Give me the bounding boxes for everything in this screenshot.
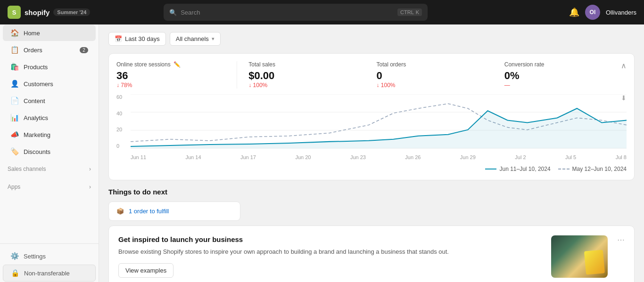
- shopify-logo-icon: S: [8, 6, 21, 19]
- settings-label: Settings: [24, 253, 46, 260]
- conversion-value: 0%: [504, 70, 613, 82]
- inspire-description: Browse existing Shopify stores to inspir…: [118, 247, 542, 257]
- settings-icon: ⚙️: [10, 252, 19, 260]
- marketing-icon: 📣: [10, 130, 19, 139]
- sidebar-item-orders[interactable]: 📋 Orders 2: [3, 42, 96, 58]
- analytics-card: Online store sessions ✏️ 36 ↓ 78% Total …: [108, 53, 635, 180]
- sessions-value: 36: [116, 70, 225, 82]
- sidebar-item-settings[interactable]: ⚙️ Settings: [3, 248, 96, 264]
- sidebar-item-label: Analytics: [24, 114, 48, 121]
- user-avatar: Ol: [585, 5, 600, 20]
- conversion-label: Conversion rate: [504, 61, 613, 68]
- customers-icon: 👤: [10, 80, 19, 88]
- main-content: 📅 Last 30 days All channels ▾ Online sto…: [99, 24, 644, 282]
- search-shortcut: CTRL K: [397, 8, 422, 16]
- search-icon: 🔍: [169, 9, 177, 16]
- sidebar-item-home[interactable]: 🏠 Home: [3, 25, 96, 41]
- chart-x-labels: Jun 11 Jun 14 Jun 17 Jun 20 Jun 23 Jun 2…: [131, 154, 627, 160]
- y-label-20: 20: [116, 127, 131, 132]
- edit-icon[interactable]: ✏️: [173, 61, 181, 68]
- apps-section: Apps ›: [0, 178, 99, 192]
- sidebar-item-label: Marketing: [24, 131, 50, 138]
- channel-filter-button[interactable]: All channels ▾: [170, 32, 221, 46]
- apps-label: Apps: [8, 184, 20, 190]
- topnav: S shopify Summer '24 🔍 Search CTRL K 🔔 O…: [0, 0, 644, 24]
- chart-area: ⬇ 60 40 20 0: [116, 94, 627, 160]
- legend-current: Jun 11–Jul 10, 2024: [485, 166, 550, 172]
- sidebar-item-label: Customers: [24, 81, 53, 88]
- sales-change: ↓ 100%: [248, 82, 357, 89]
- todo-order-item[interactable]: 📦 1 order to fulfill: [108, 201, 240, 221]
- sidebar-bottom: ⚙️ Settings 🔒 Non-transferable: [0, 243, 99, 282]
- todo-section: Things to do next 📦 1 order to fulfill: [108, 188, 635, 221]
- apps-expand-icon[interactable]: ›: [89, 184, 91, 190]
- collapse-button[interactable]: ∧: [621, 61, 627, 70]
- orders-icon: 📋: [10, 46, 19, 54]
- sales-value: $0.00: [248, 70, 357, 82]
- order-fulfill-label: 1 order to fulfill: [129, 208, 169, 215]
- svg-marker-4: [131, 108, 627, 148]
- home-icon: 🏠: [10, 29, 19, 37]
- y-label-60: 60: [116, 94, 131, 100]
- legend-current-label: Jun 11–Jul 10, 2024: [499, 166, 550, 172]
- x-label-5: Jun 26: [405, 154, 421, 160]
- non-transferable-label: Non-transferable: [24, 270, 70, 277]
- orders-badge: 2: [80, 47, 88, 53]
- more-options-button[interactable]: ⋯: [617, 235, 625, 244]
- chevron-down-icon: ▾: [212, 36, 215, 42]
- sales-label: Total sales: [248, 61, 357, 68]
- sales-channels-section: Sales channels ›: [0, 160, 99, 174]
- nav-right: 🔔 Ol Ollivanders: [569, 5, 636, 20]
- products-icon: 🛍️: [10, 63, 19, 71]
- x-label-4: Jun 23: [350, 154, 366, 160]
- sessions-label: Online store sessions ✏️: [116, 61, 225, 68]
- y-label-0: 0: [116, 143, 131, 149]
- channel-filter-label: All channels: [176, 35, 209, 42]
- x-label-0: Jun 11: [131, 154, 146, 160]
- sidebar-item-discounts[interactable]: 🏷️ Discounts: [3, 144, 96, 160]
- sidebar-item-products[interactable]: 🛍️ Products: [3, 59, 96, 75]
- sales-metric: Total sales $0.00 ↓ 100%: [237, 61, 365, 89]
- sidebar-item-marketing[interactable]: 📣 Marketing: [3, 127, 96, 143]
- search-bar[interactable]: 🔍 Search CTRL K: [164, 4, 428, 21]
- non-transferable-icon: 🔒: [11, 269, 19, 277]
- inspire-content: Get inspired to launch your business Bro…: [118, 235, 542, 278]
- orders-metric: Total orders 0 ↓ 100%: [365, 61, 493, 89]
- inspire-title: Get inspired to launch your business: [118, 235, 542, 243]
- search-placeholder: Search: [181, 9, 200, 16]
- x-label-7: Jul 2: [515, 154, 526, 160]
- legend-current-line: [485, 169, 496, 169]
- chart-svg: [131, 94, 627, 149]
- x-label-9: Jul 8: [616, 154, 627, 160]
- inspire-card: Get inspired to launch your business Bro…: [108, 226, 635, 282]
- user-name[interactable]: Ollivanders: [606, 9, 636, 16]
- legend-previous-line: [558, 169, 570, 169]
- sales-channels-expand-icon[interactable]: ›: [89, 166, 91, 172]
- orders-label: Total orders: [377, 61, 486, 68]
- conversion-metric: Conversion rate 0% —: [493, 61, 621, 89]
- sidebar-item-content[interactable]: 📄 Content: [3, 93, 96, 109]
- sessions-metric: Online store sessions ✏️ 36 ↓ 78%: [116, 61, 237, 89]
- analytics-icon: 📊: [10, 113, 19, 122]
- calendar-icon: 📅: [115, 35, 122, 42]
- content-icon: 📄: [10, 97, 19, 105]
- legend-previous: May 12–Jun 10, 2024: [558, 166, 627, 172]
- inspire-image-overlay: [584, 250, 605, 274]
- inspire-image: [551, 235, 608, 278]
- conversion-change: —: [504, 82, 613, 89]
- discounts-icon: 🏷️: [10, 147, 19, 156]
- chart-legend: Jun 11–Jul 10, 2024 May 12–Jun 10, 2024: [116, 166, 627, 172]
- shopify-logo[interactable]: S shopify Summer '24: [8, 6, 90, 19]
- sidebar-item-label: Discounts: [24, 148, 50, 155]
- order-fulfill-icon: 📦: [116, 208, 124, 215]
- date-filter-button[interactable]: 📅 Last 30 days: [108, 32, 166, 46]
- sidebar-item-non-transferable[interactable]: 🔒 Non-transferable: [3, 265, 96, 282]
- filters-row: 📅 Last 30 days All channels ▾: [108, 32, 635, 46]
- bell-icon[interactable]: 🔔: [569, 7, 579, 17]
- x-label-6: Jun 29: [460, 154, 476, 160]
- summer-badge: Summer '24: [53, 8, 90, 16]
- x-label-8: Jul 5: [565, 154, 576, 160]
- sidebar-item-customers[interactable]: 👤 Customers: [3, 76, 96, 92]
- sidebar-item-analytics[interactable]: 📊 Analytics: [3, 110, 96, 126]
- view-examples-button[interactable]: View examples: [118, 263, 173, 278]
